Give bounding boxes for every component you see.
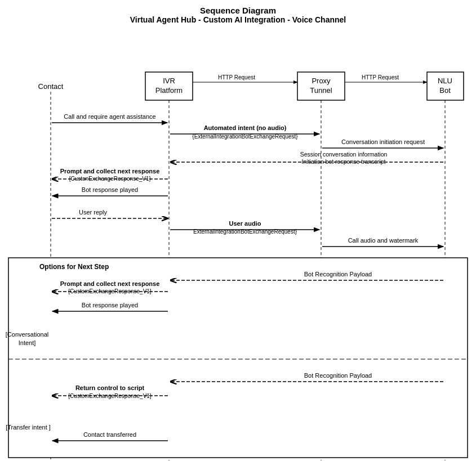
msg5-sublabel: {CustonExchangeResponse_V1} [69,176,151,182]
msg10-label: Bot Recognition Payload [304,271,372,278]
actor-ivr-label: IVR [163,77,175,85]
msg4-label: Session conversation information [300,151,388,158]
sequence-diagram-svg: Contact IVR Platform HTTP Request Proxy … [6,35,470,461]
msg3-label: Conversation initiation request [341,138,425,145]
msg13-label: Bot Recognition Payload [304,372,372,379]
msg14-sublabel: {CustomExchangeResponse_V1} [68,393,152,399]
http-request-label1: HTTP Request [218,74,255,80]
msg7-label: User reply [79,209,108,216]
msg8-label: User audio [229,220,261,227]
actor-proxy-label: Proxy [312,77,331,85]
msg2-label: Automated intent (no audio) [204,124,287,131]
actor-nlu-label: NLU [438,77,452,85]
actor-proxy-label2: Tunnel [310,86,332,95]
msg6-label: Bot response played [82,186,138,193]
msg11-sublabel: {CustomExchangeResponse_V1} [68,288,152,294]
msg9-label: Call audio and watermark [348,237,419,244]
options-label: Options for Next Step [39,263,109,271]
actor-nlu-label2: Bot [439,86,451,95]
msg14-label: Return control to script [75,384,145,391]
conversational-intent-label1: [Conversational [6,331,48,338]
msg11-label: Prompt and collect next response [60,280,160,287]
actor-ivr-label2: Platform [155,86,183,95]
msg5-label: Prompt and collect next response [60,168,160,174]
title-line1: Sequence Diagram [6,6,470,15]
title-block: Sequence Diagram Virtual Agent Hub - Cus… [6,6,470,24]
msg12-label: Bot response played [82,302,138,308]
transfer-intent-label: [Transfer intent ] [6,424,51,431]
msg1-label: Call and require agent assistance [64,113,155,120]
title-line2: Virtual Agent Hub - Custom AI Integratio… [6,15,470,24]
http-request-label2: HTTP Request [362,74,399,80]
diagram-container: Sequence Diagram Virtual Agent Hub - Cus… [0,0,476,461]
conversational-intent-label2: Intent] [19,339,36,346]
msg8-sublabel: ExternalIntegrationBotExchangeRequest} [193,229,297,235]
msg15-label: Contact transferred [83,431,136,438]
actor-contact-label: Contact [38,82,64,91]
msg2-sublabel: {ExternalIntegrationBotExchangeRequest} [192,133,298,140]
msg4-sublabel: Initiation bot response transcript [302,158,386,165]
